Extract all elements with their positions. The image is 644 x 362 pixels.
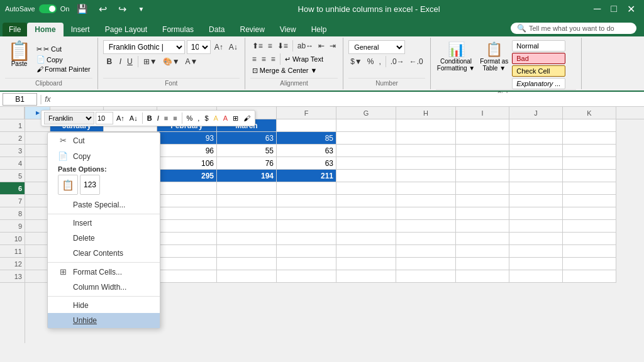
ctx-column-width[interactable]: Column Width...: [48, 280, 160, 295]
underline-button[interactable]: U: [125, 57, 135, 67]
cell-h3[interactable]: [396, 145, 456, 157]
style-check-cell[interactable]: Check Cell: [512, 65, 565, 77]
mini-font-shrink[interactable]: A↓: [128, 114, 140, 123]
align-middle[interactable]: ≡: [266, 41, 274, 51]
mini-align[interactable]: ≡: [162, 114, 170, 123]
tab-page-layout[interactable]: Page Layout: [97, 23, 155, 36]
mini-currency[interactable]: $: [203, 114, 210, 123]
tab-help[interactable]: Help: [304, 23, 335, 36]
align-right[interactable]: ≡: [269, 54, 277, 64]
ctx-clear-contents[interactable]: Clear Contents: [48, 246, 160, 261]
font-color-button[interactable]: A▼: [184, 57, 200, 67]
cell-e3[interactable]: 55: [217, 145, 277, 157]
tab-review[interactable]: Review: [232, 23, 272, 36]
ctx-delete[interactable]: Delete: [48, 231, 160, 246]
currency-button[interactable]: $▼: [348, 57, 364, 67]
maximize-button[interactable]: □: [607, 2, 621, 16]
col-header-g[interactable]: G: [336, 107, 396, 119]
cell-d5[interactable]: 295: [157, 170, 217, 182]
mini-color[interactable]: A: [221, 114, 230, 123]
cell-d2[interactable]: 93: [157, 132, 217, 145]
font-size-increase[interactable]: A↑: [213, 42, 225, 52]
style-explanatory[interactable]: Explanatory ...: [512, 78, 565, 89]
cell-f5[interactable]: 211: [277, 170, 336, 182]
align-top[interactable]: ⬆≡: [250, 41, 265, 51]
cell-i5[interactable]: [456, 170, 509, 182]
cell-k2[interactable]: [563, 132, 616, 145]
autosave-toggle[interactable]: [39, 4, 57, 13]
border-button[interactable]: ⊞▼: [142, 57, 159, 67]
mini-align2[interactable]: ≡: [171, 114, 179, 123]
cell-g3[interactable]: [336, 145, 396, 157]
ctx-paste-special[interactable]: Paste Special...: [48, 197, 160, 212]
cell-f2[interactable]: 85: [277, 132, 336, 145]
mini-size-input[interactable]: [96, 112, 113, 124]
ctx-copy[interactable]: 📄 Copy: [48, 148, 160, 164]
minimize-button[interactable]: ─: [590, 2, 604, 16]
mini-comma[interactable]: ,: [196, 114, 201, 123]
cell-d3[interactable]: 96: [157, 145, 217, 157]
text-direction[interactable]: ab↔: [296, 41, 315, 51]
number-format-select[interactable]: General: [348, 40, 405, 54]
cell-reference[interactable]: [3, 93, 37, 106]
mini-italic[interactable]: I: [155, 114, 161, 123]
copy-button[interactable]: 📄Copy: [35, 55, 92, 64]
tab-data[interactable]: Data: [201, 23, 232, 36]
tab-view[interactable]: View: [272, 23, 304, 36]
undo-button[interactable]: ↩: [95, 2, 111, 16]
font-family-select[interactable]: Franklin Gothic |: [103, 40, 185, 54]
paste-button[interactable]: 📋 Paste: [5, 40, 33, 78]
mini-eraser[interactable]: 🖌: [242, 114, 252, 123]
italic-button[interactable]: I: [118, 57, 123, 67]
customize-qat[interactable]: ▼: [134, 4, 148, 14]
cell-f3[interactable]: 63: [277, 145, 336, 157]
cell-i3[interactable]: [456, 145, 509, 157]
format-painter-button[interactable]: 🖌Format Painter: [35, 65, 92, 74]
tab-insert[interactable]: Insert: [64, 23, 97, 36]
cell-g1[interactable]: [336, 119, 396, 132]
ctx-format-cells[interactable]: ⊞ Format Cells...: [48, 264, 160, 280]
mini-font-select[interactable]: Franklin: [44, 112, 94, 124]
col-header-i[interactable]: I: [456, 107, 509, 119]
align-center[interactable]: ≡: [260, 54, 268, 64]
tab-home[interactable]: Home: [27, 23, 63, 36]
col-header-j[interactable]: J: [509, 107, 563, 119]
cell-j4[interactable]: [509, 157, 563, 170]
cell-e2[interactable]: 63: [217, 132, 277, 145]
save-button[interactable]: 💾: [73, 3, 91, 15]
cell-f4[interactable]: 63: [277, 157, 336, 170]
cell-k1[interactable]: [563, 119, 616, 132]
col-header-h[interactable]: H: [396, 107, 456, 119]
ctx-cut[interactable]: ✂ Cut: [48, 133, 160, 148]
cell-k3[interactable]: [563, 145, 616, 157]
paste-icon-values[interactable]: 123: [80, 175, 100, 195]
align-left[interactable]: ≡: [250, 54, 258, 64]
tab-file[interactable]: File: [3, 23, 27, 36]
col-header-k[interactable]: K: [563, 107, 616, 119]
mini-bold[interactable]: B: [145, 114, 154, 123]
cell-h5[interactable]: [396, 170, 456, 182]
mini-font-grow[interactable]: A↑: [114, 114, 126, 123]
cell-h1[interactable]: [396, 119, 456, 132]
cell-h4[interactable]: [396, 157, 456, 170]
style-bad[interactable]: Bad: [512, 53, 565, 64]
style-normal[interactable]: Normal: [512, 40, 565, 52]
cell-g5[interactable]: [336, 170, 396, 182]
wrap-text[interactable]: ↵ Wrap Text: [283, 55, 325, 64]
cell-i4[interactable]: [456, 157, 509, 170]
tab-formulas[interactable]: Formulas: [155, 23, 201, 36]
cut-button[interactable]: ✂✂ Cut: [35, 45, 92, 54]
cell-k4[interactable]: [563, 157, 616, 170]
mini-highlight[interactable]: A: [212, 114, 220, 123]
mini-border[interactable]: ⊞: [231, 114, 240, 123]
cell-j2[interactable]: [509, 132, 563, 145]
conditional-formatting-button[interactable]: 📊 Conditional Formatting ▼: [436, 40, 476, 73]
font-size-decrease[interactable]: A↓: [227, 42, 240, 52]
redo-button[interactable]: ↪: [114, 2, 130, 16]
fill-color-button[interactable]: 🎨▼: [161, 57, 182, 67]
cell-j5[interactable]: [509, 170, 563, 182]
cell-h2[interactable]: [396, 132, 456, 145]
col-header-f[interactable]: F: [277, 107, 336, 119]
cell-k5[interactable]: [563, 170, 616, 182]
ctx-unhide[interactable]: Unhide: [48, 313, 160, 328]
